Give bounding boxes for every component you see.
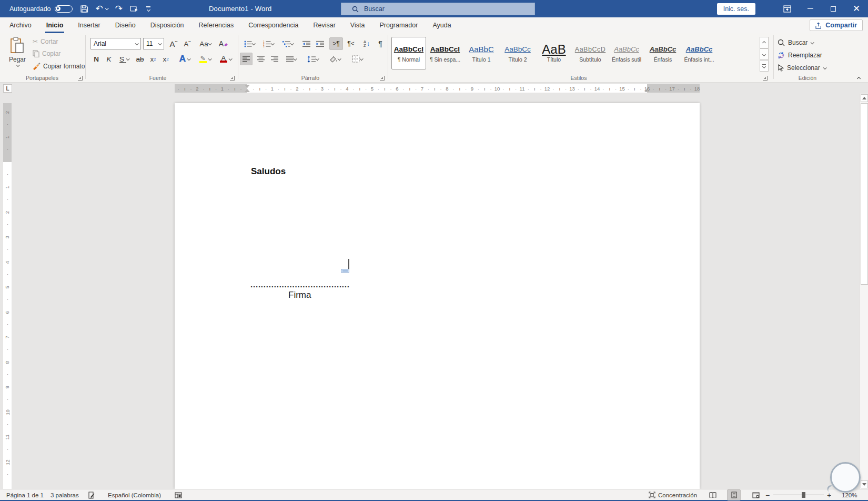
rtl-text-direction-button[interactable]: ¶< (344, 37, 358, 50)
underline-button[interactable]: S (116, 53, 133, 65)
styles-gallery-more-icon[interactable] (760, 60, 769, 72)
print-layout-button[interactable] (727, 489, 741, 500)
undo-button[interactable]: ↶ (96, 4, 108, 13)
page-indicator[interactable]: Página 1 de 1 (6, 489, 44, 500)
style-chip[interactable]: AaBbCcDSubtítulo (573, 37, 608, 69)
read-mode-button[interactable] (706, 489, 720, 500)
replace-button[interactable]: bc Reemplazar (778, 52, 822, 59)
indent-markers[interactable] (245, 85, 250, 92)
language-indicator[interactable]: Español (Colombia) (108, 489, 161, 500)
align-right-button[interactable] (268, 53, 281, 65)
clear-formatting-button[interactable]: A (217, 38, 230, 49)
document-signature-text[interactable]: Firma (288, 290, 311, 300)
zoom-slider-handle[interactable] (802, 492, 805, 498)
tab-diseno[interactable]: Diseño (108, 17, 143, 33)
select-button[interactable]: Seleccionar (778, 64, 826, 72)
highlight-color-button[interactable]: ✎ (196, 53, 215, 65)
tab-disposicion[interactable]: Disposición (143, 17, 191, 33)
grow-font-button[interactable]: Aˇ (167, 38, 180, 49)
maximize-button[interactable] (822, 0, 845, 17)
paste-dropdown-icon[interactable] (16, 63, 19, 67)
clipboard-dialog-launcher-icon[interactable] (78, 76, 83, 81)
borders-button[interactable] (347, 53, 367, 65)
tab-referencias[interactable]: Referencias (191, 17, 241, 33)
vertical-ruler[interactable]: 21123456789101112··············· (3, 103, 12, 489)
italic-button[interactable]: K (103, 53, 115, 65)
change-case-button[interactable]: Aa (197, 38, 214, 49)
show-hide-marks-button[interactable]: ¶ (375, 38, 386, 49)
text-effects-button[interactable]: A (176, 53, 194, 65)
subscript-button[interactable]: x2 (147, 53, 159, 65)
font-size-combobox[interactable]: 11 (143, 38, 164, 49)
close-button[interactable]: ✕ (845, 0, 868, 17)
styles-dialog-launcher-icon[interactable] (763, 76, 768, 81)
style-chip[interactable]: AaBbCcÉnfasis sutil (609, 37, 644, 69)
tab-programador[interactable]: Programador (372, 17, 425, 33)
touch-mouse-mode-icon[interactable] (130, 5, 139, 13)
style-chip[interactable]: AaBbCcI¶ Sin espa... (428, 37, 462, 69)
autocorrect-options-widget[interactable] (341, 269, 349, 273)
tab-vista[interactable]: Vista (343, 17, 372, 33)
style-chip[interactable]: AaBbCcÉnfasis int... (682, 37, 716, 69)
decrease-indent-button[interactable] (300, 38, 312, 49)
style-chip[interactable]: AaBbCcTítulo 2 (500, 37, 535, 69)
ltr-text-direction-button[interactable]: >¶ (329, 37, 343, 50)
collapse-ribbon-icon[interactable] (857, 77, 861, 81)
paragraph-dialog-launcher-icon[interactable] (380, 76, 385, 81)
vertical-scrollbar[interactable] (860, 94, 868, 489)
tab-correspondencia[interactable]: Correspondencia (241, 17, 306, 33)
find-button[interactable]: Buscar (778, 39, 813, 46)
minimize-button[interactable] (799, 0, 822, 17)
numbered-list-button[interactable]: 123 (260, 38, 277, 49)
tab-ayuda[interactable]: Ayuda (425, 17, 458, 33)
underline-dropdown-icon[interactable] (126, 57, 130, 61)
paste-button[interactable]: Pegar (5, 37, 29, 77)
scroll-down-icon[interactable] (861, 480, 868, 488)
redo-button[interactable]: ↷ (115, 4, 123, 13)
styles-scroll-down-icon[interactable] (760, 48, 769, 60)
format-painter-button[interactable]: Copiar formato (33, 62, 85, 70)
bullet-list-button[interactable] (241, 38, 258, 49)
align-left-button[interactable] (240, 53, 253, 65)
document-heading-text[interactable]: Saludos (251, 166, 286, 177)
font-name-combobox[interactable]: Arial (90, 38, 141, 49)
line-spacing-button[interactable] (303, 53, 322, 65)
multilevel-list-button[interactable] (279, 38, 297, 49)
horizontal-ruler[interactable]: 21123456789101112131415161718·ı··ı··ı··ı… (175, 84, 700, 93)
ribbon-display-options-icon[interactable] (775, 0, 799, 17)
style-chip[interactable]: AaBbCcÉnfasis (645, 37, 680, 69)
align-center-button[interactable] (255, 53, 267, 65)
style-chip[interactable]: AaBbCTítulo 1 (464, 37, 499, 69)
tab-archivo[interactable]: Archivo (2, 17, 39, 33)
shrink-font-button[interactable]: Aˇ (181, 38, 194, 49)
customize-qat-chevron-icon[interactable] (146, 6, 150, 11)
bold-button[interactable]: N (90, 53, 102, 65)
strikethrough-button[interactable]: ab (134, 53, 146, 65)
sort-button[interactable]: AZ ↓ (360, 38, 374, 49)
share-button[interactable]: Compartir (810, 19, 863, 31)
web-layout-button[interactable] (749, 489, 763, 500)
word-count[interactable]: 3 palabras (51, 489, 79, 500)
justify-button[interactable] (282, 53, 300, 65)
font-dialog-launcher-icon[interactable] (230, 76, 235, 81)
document-dotted-line[interactable]: ...................................... (250, 280, 350, 289)
style-chip[interactable]: AaBbCcI¶ Normal (391, 37, 426, 69)
tab-insertar[interactable]: Insertar (70, 17, 107, 33)
increase-indent-button[interactable] (314, 38, 326, 49)
shading-button[interactable] (325, 53, 344, 65)
save-icon[interactable] (80, 5, 88, 13)
autosave-switch-icon[interactable] (55, 5, 73, 13)
zoom-slider-track[interactable] (773, 495, 824, 495)
search-bar[interactable]: Buscar (341, 3, 535, 15)
tab-inicio[interactable]: Inicio (39, 17, 71, 33)
sign-in-button[interactable]: Inic. ses. (717, 3, 755, 15)
superscript-button[interactable]: x2 (160, 53, 171, 65)
tab-stop-selector[interactable]: L (3, 84, 12, 93)
autosave-toggle[interactable]: Autoguardado (9, 5, 73, 13)
tab-revisar[interactable]: Revisar (306, 17, 342, 33)
zoom-out-button[interactable]: − (765, 489, 770, 500)
style-chip[interactable]: AaBTítulo (537, 37, 571, 69)
macro-recording-icon[interactable] (175, 489, 182, 500)
focus-mode-button[interactable]: Concentración (649, 489, 697, 500)
scroll-up-icon[interactable] (861, 94, 868, 102)
